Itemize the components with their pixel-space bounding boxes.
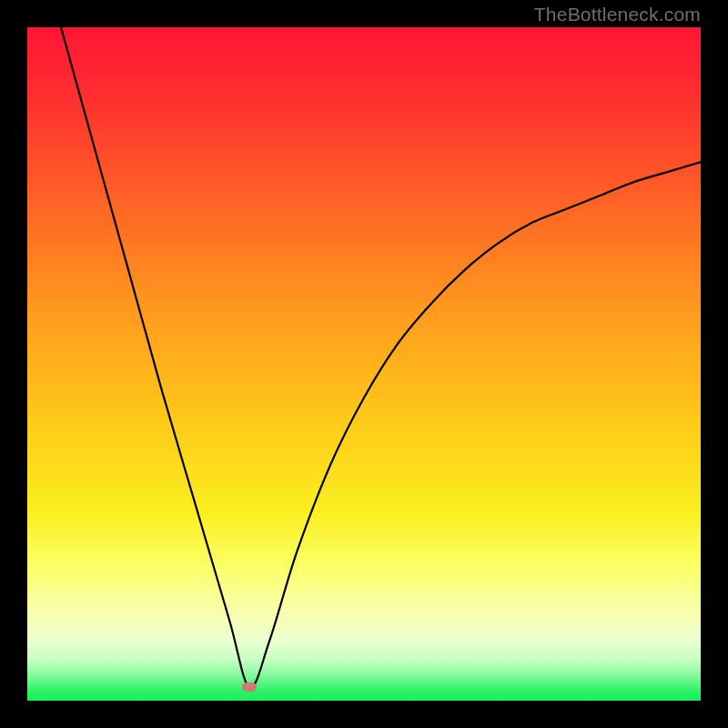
optimal-point-marker <box>242 682 257 692</box>
watermark-text: TheBottleneck.com <box>534 4 701 25</box>
chart-curve-layer <box>27 27 701 701</box>
bottleneck-curve <box>61 27 701 688</box>
chart-frame <box>27 27 701 701</box>
